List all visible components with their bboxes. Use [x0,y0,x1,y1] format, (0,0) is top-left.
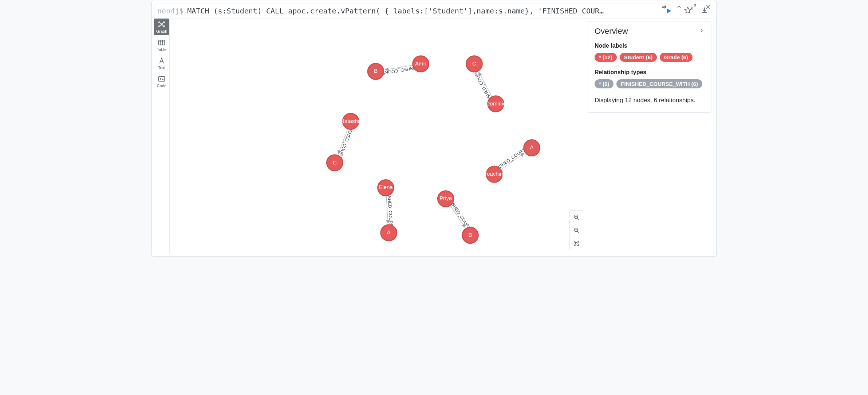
chevron-right-icon[interactable] [699,28,705,35]
svg-line-0 [694,5,696,7]
svg-rect-41 [576,243,577,244]
node-labels-heading: Node labels [595,43,705,49]
chip[interactable]: * (12) [595,53,617,62]
node-label: Elena [379,184,393,191]
node-label: Dominic [486,100,506,107]
zoom-out-button[interactable] [570,224,583,237]
node-label: C [333,159,337,165]
rel-type-chips: * (6)FINISHED_COURSE_WITH (6) [595,79,705,88]
node-label: Natasha [340,118,361,124]
zoom-in-button[interactable] [570,211,583,224]
graph-node[interactable]: Amir [413,56,429,72]
collapse-icon[interactable] [675,3,683,11]
svg-line-1 [691,7,693,9]
node-label: Priya [439,195,452,202]
view-tabs: Graph Table Text Code [154,19,169,254]
overview-title: Overview [595,27,628,36]
graph-canvas[interactable]: FINISHED_COURS…FINISHED_COURS…FINISHED_C… [169,19,714,254]
node-label: B [469,232,472,238]
result-body: Graph Table Text Code [152,19,716,256]
pin-icon[interactable] [661,3,668,11]
node-label: B [374,68,378,74]
expand-icon[interactable] [690,3,697,11]
tab-label: Text [158,65,165,70]
query-text: MATCH (s:Student) CALL apoc.create.vPatt… [187,7,660,15]
svg-line-39 [577,231,579,232]
chip[interactable]: Grade (6) [660,53,693,62]
overview-panel: Overview Node labels * (12)Student (6)Gr… [588,21,711,113]
tab-code[interactable]: Code [154,73,169,90]
svg-line-12 [162,23,164,25]
chip[interactable]: * (6) [595,79,613,88]
tab-table[interactable]: Table [154,37,169,53]
query-prompt: neo4j$ [157,7,184,15]
node-label: C [472,60,476,67]
node-label: Amir [415,60,426,67]
svg-line-11 [159,23,162,25]
close-icon[interactable] [705,3,712,11]
result-frame: neo4j$ MATCH (s:Student) CALL apoc.creat… [151,0,717,257]
graph-node[interactable]: C [466,56,482,72]
graph-node[interactable]: A [381,225,397,241]
graph-node[interactable]: Priya [438,191,454,207]
node-label: A [530,144,534,151]
node-label: A [387,229,391,235]
svg-line-35 [577,218,579,219]
tab-label: Table [157,47,166,52]
query-bar: neo4j$ MATCH (s:Student) CALL apoc.creat… [152,0,716,19]
query-input[interactable]: neo4j$ MATCH (s:Student) CALL apoc.creat… [154,4,678,18]
node-label: Joachim [484,171,504,177]
svg-rect-15 [159,40,165,45]
chip[interactable]: Student (6) [620,53,657,62]
svg-line-14 [162,24,164,27]
svg-rect-20 [159,77,165,81]
overview-status: Displaying 12 nodes, 6 relationships. [595,96,705,105]
tab-graph[interactable]: Graph [154,19,169,35]
zoom-controls [569,210,583,250]
rel-types-heading: Relationship types [595,69,705,76]
svg-line-13 [159,24,162,27]
window-controls [661,3,712,11]
graph-node[interactable]: Natasha [340,113,361,129]
zoom-fit-button[interactable] [570,237,583,250]
graph-node[interactable]: C [327,155,343,171]
chip[interactable]: FINISHED_COURSE_WITH (6) [616,79,702,88]
tab-text[interactable]: Text [154,55,169,72]
graph-node[interactable]: B [368,64,384,80]
graph-node[interactable]: B [462,227,478,243]
node-label-chips: * (12)Student (6)Grade (6) [595,53,705,62]
graph-node[interactable]: Elena [378,180,394,196]
graph-node[interactable]: A [524,140,540,156]
tab-label: Graph [156,29,167,33]
tab-label: Code [157,84,166,88]
